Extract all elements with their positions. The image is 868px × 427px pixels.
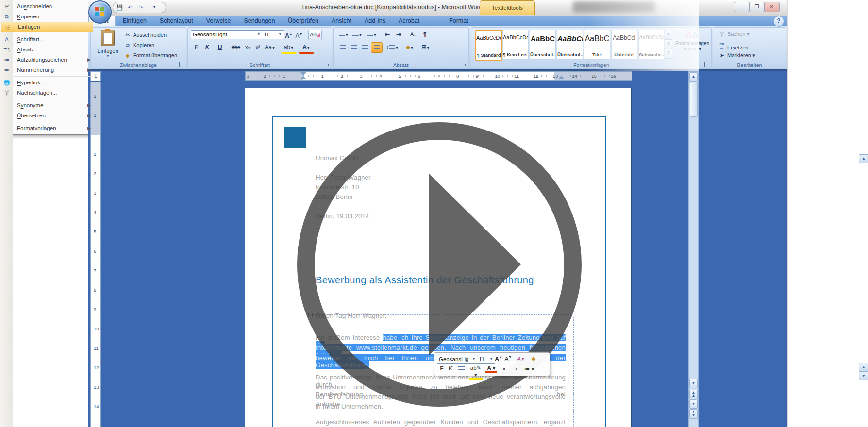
qat-customize-button[interactable]: ▾ (150, 3, 159, 11)
select-browse-object-button[interactable]: ● (689, 399, 698, 409)
tab-seitenlayout[interactable]: Seitenlayout (153, 16, 200, 26)
style--standard[interactable]: AaBbCcDc¶ Standard (475, 30, 502, 61)
menu-item-formatvorlagen[interactable]: Formatvorlagen▶ (0, 123, 94, 133)
tab-sendungen[interactable]: Sendungen (237, 16, 281, 26)
menu-item-synonyme[interactable]: Synonyme▶ (0, 100, 94, 111)
grow-font-button[interactable]: A▲ (284, 30, 294, 39)
mini-styles-button[interactable]: A▾ (516, 355, 525, 362)
document-page[interactable]: Unimax GmbH Herr Peter WagnerIndustriest… (245, 88, 631, 427)
replace-button[interactable]: abacErsetzen (718, 42, 748, 50)
mini-font-name-combo[interactable]: ▼GeosansLig (437, 355, 478, 364)
tab-format[interactable]: Format (443, 16, 475, 26)
dialog-launcher-icon[interactable] (179, 62, 184, 67)
vertical-scrollbar[interactable]: ▲ ▼ ▲▲ ● ▼▼ (688, 71, 699, 427)
undo-button[interactable]: ↶ (126, 3, 134, 11)
decrease-indent-button[interactable]: ⇤ (382, 30, 393, 39)
right-indent-marker[interactable] (558, 76, 564, 79)
tab-ansicht[interactable]: Ansicht (325, 16, 358, 26)
redo-button[interactable]: ↷ (136, 3, 145, 11)
find-button[interactable]: 🝖Suchen ▾ (718, 31, 750, 37)
italic-button[interactable]: K (202, 42, 212, 52)
mini-grow-font-button[interactable]: A▲ (494, 355, 503, 361)
mini-bold-button[interactable]: F (438, 365, 446, 371)
line-spacing-button[interactable]: ↕▼ (385, 42, 400, 52)
select-button[interactable]: ➤Markieren ▾ (718, 52, 755, 59)
mini-font-size-combo[interactable]: ▼11 (477, 355, 495, 364)
mini-decrease-indent-button[interactable]: ⇤ (501, 365, 510, 372)
subscript-button[interactable]: x₂ (243, 42, 252, 52)
increase-indent-button[interactable]: ⇥ (393, 30, 404, 39)
menu-item-kopieren[interactable]: ⧉Kopieren (0, 12, 94, 22)
mini-italic-button[interactable]: K (447, 365, 454, 371)
menu-item-nachschlagen-[interactable]: 🝖Nachschlagen... (0, 88, 94, 98)
copy-button[interactable]: ⧉Kopieren (124, 42, 154, 49)
tab-einfügen[interactable]: Einfügen (116, 16, 152, 26)
text-highlight-button[interactable]: ab▼ (281, 42, 297, 54)
font-size-combo[interactable]: ▼11 (262, 30, 284, 39)
multilevel-list-button[interactable]: ▼ (365, 30, 379, 39)
hanging-indent-marker[interactable] (300, 76, 306, 79)
shading-button[interactable]: ◆▼ (402, 42, 417, 52)
menu-item-hyperlink-[interactable]: 🌐Hyperlink... (0, 78, 94, 88)
mini-highlight-button[interactable]: ab✎ ▾ (469, 364, 483, 380)
tab-acrobat[interactable]: Acrobat (392, 16, 426, 26)
horizontal-ruler[interactable]: 32112345678910111213141516 (245, 71, 632, 81)
font-color-button[interactable]: A▼ (299, 42, 314, 54)
menu-item-absatz-[interactable]: ≣¶Absatz... (0, 45, 94, 55)
mini-shrink-font-button[interactable]: A▼ (504, 355, 513, 361)
dialog-launcher-icon[interactable] (704, 62, 710, 67)
style--berschrif-[interactable]: AaBbCiÜberschrif... (557, 30, 583, 60)
next-page-button[interactable]: ▼▼ (689, 409, 698, 419)
format-painter-button[interactable]: ◆Format übertragen (124, 52, 177, 59)
mini-increase-indent-button[interactable]: ⇥ (511, 365, 519, 372)
menu-item-schriftart-[interactable]: ASchriftart... (0, 34, 94, 45)
align-left-button[interactable] (337, 42, 348, 52)
font-name-combo[interactable]: ▼GeosansLight (191, 30, 263, 39)
style--berschrif-[interactable]: AaBbCÜberschrif... (530, 30, 556, 60)
scroll-down-button[interactable]: ▼ (689, 379, 698, 388)
menu-item-aufzählungszeichen[interactable]: ≔Aufzählungszeichen▶ (0, 55, 94, 65)
style--kein-lee-[interactable]: AaBbCcDc¶ Kein Lee... (502, 30, 529, 60)
align-center-button[interactable] (349, 42, 359, 52)
menu-item-ausschneiden[interactable]: ✂Ausschneiden (0, 1, 94, 12)
minimize-button[interactable]: — (734, 2, 750, 12)
shrink-font-button[interactable]: A▼ (294, 30, 304, 39)
scroll-up-button[interactable]: ▲ (689, 72, 698, 82)
outer-scroll-up-icon[interactable]: ▲ (859, 154, 868, 163)
mini-bullets-button[interactable]: ≔ ▾ (522, 365, 536, 372)
tab-überprüfen[interactable]: Überprüfen (282, 16, 325, 26)
mini-format-painter-button[interactable]: ◆ (529, 355, 538, 362)
clear-formatting-button[interactable]: AB◢ (308, 30, 322, 40)
paste-big-button[interactable]: Einfügen ▾ (94, 29, 122, 60)
close-button[interactable]: ✕ (764, 2, 780, 12)
mini-font-color-button[interactable]: A ▾ (485, 364, 497, 373)
justify-button[interactable] (371, 42, 383, 53)
office-button[interactable] (88, 0, 112, 24)
previous-page-button[interactable]: ▲▲ (689, 390, 698, 399)
tab-verweise[interactable]: Verweise (200, 16, 237, 26)
resize-handle[interactable] (308, 313, 313, 317)
mini-align-button[interactable] (456, 365, 466, 371)
numbering-button[interactable]: ▼ (351, 30, 364, 39)
strikethrough-button[interactable]: abe (230, 42, 242, 52)
resize-handle[interactable] (571, 313, 575, 317)
scrollbar-thumb[interactable] (690, 82, 698, 117)
dialog-launcher-icon[interactable] (325, 62, 330, 67)
show-paragraph-marks-button[interactable]: ¶ (420, 30, 430, 39)
underline-button[interactable]: U (213, 42, 227, 52)
help-button[interactable]: ? (773, 16, 784, 27)
bold-button[interactable]: F (192, 42, 201, 52)
first-line-indent-marker[interactable] (300, 72, 306, 75)
menu-item-einfügen[interactable]: ⎘Einfügen (1, 22, 93, 32)
menu-item-übersetzen[interactable]: Übersetzen▶ (0, 111, 94, 121)
sort-button[interactable]: A↓ (407, 30, 419, 39)
borders-button[interactable]: ⊞▼ (418, 42, 433, 52)
menu-item-nummerierung[interactable]: ≕Nummerierung▶ (0, 65, 94, 75)
restore-button[interactable]: ❐ (749, 2, 765, 12)
dialog-launcher-icon[interactable] (462, 62, 467, 67)
outer-scroll-up2-icon[interactable]: ▲ (859, 363, 868, 372)
outer-scroll-down-icon[interactable]: ▼ (859, 372, 868, 380)
bullets-button[interactable]: ▼ (337, 30, 350, 39)
save-button[interactable]: 💾 (115, 3, 124, 11)
tab-add-ins[interactable]: Add-Ins (358, 16, 392, 26)
